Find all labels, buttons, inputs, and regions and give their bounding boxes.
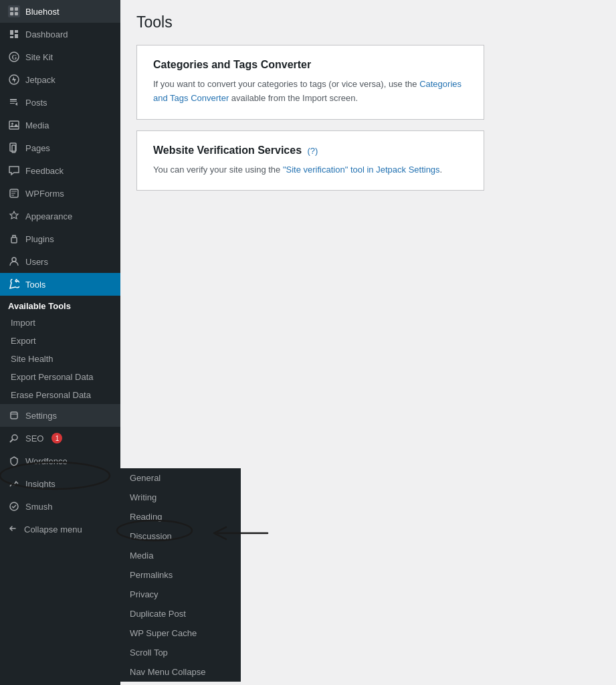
svg-point-16 [12,258,16,262]
sidebar-item-label: Tools [25,280,45,290]
sidebar-logo[interactable]: Bluehost [0,0,120,23]
card-text: You can verify your site using the "Site… [153,163,468,177]
appearance-icon [8,210,20,222]
svg-marker-9 [14,79,16,83]
posts-icon [8,96,20,108]
sidebar-item-pages[interactable]: Pages [0,136,120,159]
tools-submenu: Available Tools Import Export Site Healt… [0,296,120,404]
flyout-item-reading[interactable]: Reading [120,507,241,526]
sidebar-item-posts[interactable]: Posts [0,91,120,114]
wordfence-icon [8,455,20,467]
card-title: Categories and Tags Converter [153,59,468,71]
sidebar-item-label: Users [25,257,48,267]
sidebar-item-seo[interactable]: SEO 1 [0,427,120,450]
verification-help-link[interactable]: (?) [307,146,318,156]
sidebar-item-comments[interactable]: Feedback [0,159,120,182]
sidebar-item-wpforms[interactable]: WPForms [0,182,120,205]
sidebar-logo-label: Bluehost [25,7,60,17]
svg-marker-8 [12,76,14,80]
bluehost-icon [8,5,20,17]
svg-rect-17 [11,412,17,419]
submenu-item-export-personal-data[interactable]: Export Personal Data [0,368,120,386]
smush-icon [8,500,20,512]
tools-icon [8,278,20,290]
flyout-item-permalinks[interactable]: Permalinks [120,565,241,585]
sitekit-icon: G [8,51,20,63]
sidebar-item-media[interactable]: Media [0,114,120,136]
card-text: If you want to convert your categories t… [153,78,468,106]
flyout-item-nav-menu-collapse[interactable]: Nav Menu Collapse [120,662,241,682]
settings-icon [8,409,20,421]
flyout-item-wp-super-cache[interactable]: WP Super Cache [120,623,241,643]
sidebar-item-label: Pages [25,143,50,153]
sidebar-item-label: Dashboard [25,29,68,39]
sidebar-item-label: Jetpack [25,75,56,85]
flyout-item-duplicate-post[interactable]: Duplicate Post [120,604,241,623]
sidebar-item-sitekit[interactable]: G Site Kit [0,45,120,68]
seo-badge: 1 [52,433,62,444]
comments-icon [8,165,20,177]
sidebar-item-label: Plugins [25,234,54,244]
dashboard-icon [8,28,20,40]
sidebar-item-label: SEO [25,433,43,444]
sidebar-item-settings[interactable]: Settings [0,404,120,427]
sidebar-item-label: Media [25,120,49,130]
collapse-menu-button[interactable]: Collapse menu [0,518,120,541]
collapse-label: Collapse menu [24,524,82,534]
svg-rect-3 [10,12,13,15]
sidebar-item-appearance[interactable]: Appearance [0,205,120,227]
submenu-item-import[interactable]: Import [0,314,120,332]
media-icon [8,119,20,131]
sidebar-item-jetpack[interactable]: Jetpack [0,68,120,91]
categories-tags-link[interactable]: Categories and Tags Converter [153,79,461,103]
svg-rect-15 [11,237,17,243]
sidebar-item-tools[interactable]: Tools [0,273,120,296]
sidebar-item-label: Site Kit [25,52,53,62]
sidebar-item-smush[interactable]: Smush [0,495,120,518]
sidebar-item-label: Feedback [25,166,64,176]
jetpack-icon [8,74,20,86]
sidebar-item-label: WPForms [25,189,64,199]
sidebar-item-users[interactable]: Users [0,250,120,273]
flyout-item-media[interactable]: Media [120,546,241,565]
sidebar-item-wordfence[interactable]: Wordfence [0,450,120,472]
sidebar-item-insights[interactable]: Insights [0,472,120,495]
flyout-item-scroll-top[interactable]: Scroll Top [120,643,241,662]
sidebar-item-label: Appearance [25,211,72,221]
sidebar-item-label: Smush [25,502,52,512]
collapse-icon [8,523,19,536]
sidebar-item-label: Wordfence [25,456,68,466]
flyout-item-privacy[interactable]: Privacy [120,585,241,604]
sidebar-item-plugins[interactable]: Plugins [0,227,120,250]
submenu-item-export[interactable]: Export [0,332,120,350]
plugins-icon [8,233,20,245]
jetpack-verification-link[interactable]: "Site verification" tool in Jetpack Sett… [283,165,440,175]
page-title: Tools [136,13,600,31]
seo-icon [8,432,20,444]
submenu-item-site-health[interactable]: Site Health [0,350,120,368]
settings-flyout-menu: General Writing Reading Discussion Media… [120,468,241,682]
sidebar-item-label: Insights [25,479,56,489]
sidebar-item-label: Settings [25,411,57,421]
card-title: Website Verification Services (?) [153,144,468,157]
submenu-label: Available Tools [0,296,120,314]
categories-tags-card: Categories and Tags Converter If you wan… [136,45,484,120]
pages-icon [8,142,20,154]
website-verification-card: Website Verification Services (?) You ca… [136,130,484,191]
svg-rect-4 [15,12,18,15]
sidebar-item-dashboard[interactable]: Dashboard [0,23,120,45]
insights-icon [8,478,20,490]
flyout-item-general[interactable]: General [120,468,241,488]
svg-rect-2 [15,7,18,11]
svg-rect-1 [10,7,13,11]
svg-rect-0 [8,5,20,17]
flyout-item-writing[interactable]: Writing [120,488,241,507]
sidebar-item-label: Posts [25,98,47,108]
flyout-item-discussion[interactable]: Discussion [120,526,241,546]
wpforms-icon [8,187,20,199]
users-icon [8,256,20,268]
svg-point-19 [12,435,17,440]
svg-point-11 [11,123,13,125]
submenu-item-erase-personal-data[interactable]: Erase Personal Data [0,386,120,404]
svg-rect-10 [9,121,19,129]
